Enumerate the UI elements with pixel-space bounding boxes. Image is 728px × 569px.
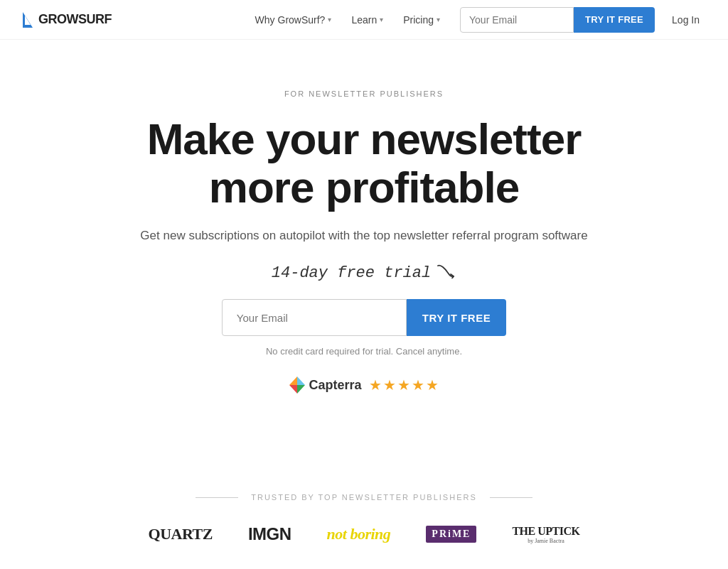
divider-left	[196, 497, 238, 498]
uptick-main: THE UPTICK	[512, 525, 579, 537]
hero-try-button[interactable]: TRY IT FREE	[407, 299, 506, 336]
chevron-down-icon: ▾	[437, 16, 440, 23]
star-2: ★	[383, 376, 396, 394]
hero-form: TRY IT FREE	[14, 299, 714, 336]
brand-prime: PRiME	[426, 526, 476, 543]
trusted-label: TRUSTED BY TOP NEWSLETTER PUBLISHERS	[251, 493, 477, 502]
nav-login-link[interactable]: Log In	[666, 9, 705, 31]
hero-title: Make your newsletter more profitable	[14, 115, 714, 212]
hero-subtitle: Get new subscriptions on autopilot with …	[14, 229, 714, 243]
hero-disclaimer: No credit card required for trial. Cance…	[14, 346, 714, 357]
capterra-logo: Capterra	[289, 376, 361, 394]
hero-title-line2: more profitable	[209, 163, 519, 212]
capterra-rating: Capterra ★ ★ ★ ★ ★	[14, 376, 714, 394]
uptick-sub: by Jamie Bactra	[512, 538, 579, 544]
navbar: GROWSURF Why GrowSurf? ▾ Learn ▾ Pricing…	[0, 0, 728, 40]
svg-marker-1	[297, 376, 305, 385]
hero-section: FOR NEWSLETTER PUBLISHERS Make your news…	[0, 40, 728, 429]
logo[interactable]: GROWSURF	[23, 12, 112, 28]
trusted-section: TRUSTED BY TOP NEWSLETTER PUBLISHERS QUA…	[0, 472, 728, 565]
nav-why-growsurf-label: Why GrowSurf?	[255, 14, 326, 26]
brand-uptick: THE UPTICK by Jamie Bactra	[512, 525, 579, 544]
nav-pricing-label: Pricing	[403, 14, 434, 26]
nav-why-growsurf[interactable]: Why GrowSurf? ▾	[247, 9, 341, 31]
brand-imgn: IMGN	[248, 524, 291, 544]
star-5: ★	[426, 376, 439, 394]
star-rating: ★ ★ ★ ★ ★	[369, 376, 439, 394]
capterra-label: Capterra	[309, 378, 361, 393]
divider-right	[490, 497, 532, 498]
logo-icon	[23, 12, 33, 28]
chevron-down-icon: ▾	[328, 16, 331, 23]
brand-logos-row: QUARTZ IMGN not boring PRiME THE UPTICK …	[14, 524, 714, 544]
hero-trial-label: 14-day free trial	[272, 264, 431, 282]
capterra-icon	[289, 376, 305, 394]
svg-marker-3	[297, 385, 305, 394]
nav-learn[interactable]: Learn ▾	[343, 9, 392, 31]
arrow-icon	[437, 263, 456, 283]
chevron-down-icon: ▾	[380, 16, 383, 23]
brand-quartz: QUARTZ	[149, 525, 213, 543]
nav-email-input[interactable]	[460, 7, 574, 33]
svg-marker-2	[289, 385, 297, 394]
star-4: ★	[412, 376, 424, 394]
nav-links: Why GrowSurf? ▾ Learn ▾ Pricing ▾	[247, 9, 449, 31]
hero-email-input[interactable]	[222, 299, 407, 336]
star-3: ★	[397, 376, 410, 394]
trusted-divider: TRUSTED BY TOP NEWSLETTER PUBLISHERS	[14, 493, 714, 502]
nav-learn-label: Learn	[351, 14, 377, 26]
nav-try-button[interactable]: TRY IT FREE	[574, 7, 655, 33]
nav-email-form: TRY IT FREE	[460, 7, 655, 33]
hero-title-line1: Make your newsletter	[147, 114, 582, 163]
svg-marker-0	[289, 376, 297, 385]
hero-trial-text: 14-day free trial	[14, 263, 714, 283]
star-1: ★	[369, 376, 382, 394]
brand-notboring: not boring	[327, 525, 391, 543]
logo-text: GROWSURF	[38, 12, 112, 27]
hero-eyebrow: FOR NEWSLETTER PUBLISHERS	[14, 90, 714, 98]
nav-pricing[interactable]: Pricing ▾	[395, 9, 449, 31]
